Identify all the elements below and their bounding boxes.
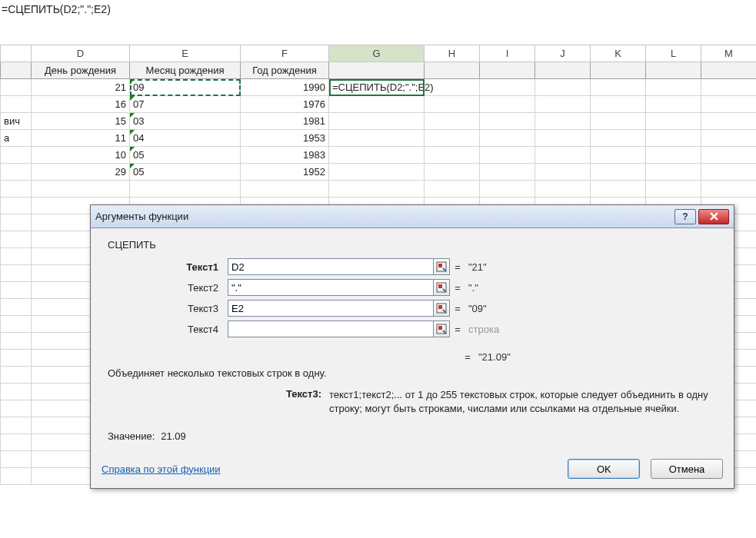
cell[interactable] [1, 400, 32, 417]
cell[interactable] [480, 79, 535, 96]
cell[interactable] [646, 147, 701, 164]
cell[interactable] [701, 62, 757, 79]
cell[interactable] [1, 265, 32, 282]
cell[interactable] [535, 62, 591, 79]
range-picker-icon[interactable] [433, 279, 450, 296]
cell[interactable] [591, 181, 646, 198]
col-header-K[interactable]: K [591, 45, 646, 62]
cell[interactable] [1, 248, 32, 265]
cell[interactable] [535, 130, 591, 147]
cell[interactable] [329, 96, 425, 113]
cell[interactable] [425, 96, 480, 113]
cell[interactable]: а [1, 130, 32, 147]
header-E[interactable]: Месяц рождения [130, 62, 241, 79]
cell[interactable] [646, 164, 701, 181]
cell[interactable] [329, 62, 425, 79]
cell[interactable]: 04 [130, 130, 241, 147]
cell[interactable] [425, 164, 480, 181]
header-F[interactable]: Год рождения [241, 62, 329, 79]
cell[interactable] [1, 164, 32, 181]
cell[interactable] [535, 113, 591, 130]
cell[interactable] [425, 147, 480, 164]
cell[interactable] [701, 96, 757, 113]
cell[interactable] [425, 130, 480, 147]
cell[interactable] [1, 384, 32, 400]
cell[interactable]: 07 [130, 96, 241, 113]
close-button[interactable] [698, 209, 729, 224]
col-header-M[interactable]: M [701, 45, 757, 62]
cell[interactable] [591, 130, 646, 147]
cell[interactable] [480, 147, 535, 164]
cell[interactable] [1, 181, 32, 198]
cell[interactable] [480, 164, 535, 181]
cell[interactable] [480, 96, 535, 113]
col-header-I[interactable]: I [480, 45, 535, 62]
cell[interactable] [1, 96, 32, 113]
cell[interactable] [701, 113, 757, 130]
cell[interactable] [591, 164, 646, 181]
cell[interactable] [329, 164, 425, 181]
col-header-F[interactable]: F [241, 45, 329, 62]
cell[interactable] [480, 113, 535, 130]
range-picker-icon[interactable] [433, 300, 450, 317]
cell[interactable] [480, 130, 535, 147]
col-header-E[interactable]: E [130, 45, 241, 62]
arg-input-3[interactable] [228, 300, 434, 317]
cell[interactable] [1, 79, 32, 96]
cell[interactable] [646, 130, 701, 147]
col-header-H[interactable]: H [425, 45, 480, 62]
cell[interactable] [1, 62, 32, 79]
cell[interactable] [1, 299, 32, 316]
col-header-J[interactable]: J [535, 45, 591, 62]
arg-input-4[interactable] [228, 320, 434, 337]
cell[interactable] [646, 181, 701, 198]
cell-F2[interactable]: 1990 [241, 79, 329, 96]
cell[interactable] [1, 282, 32, 299]
cell[interactable] [480, 62, 535, 79]
col-header-G[interactable]: G [329, 45, 425, 62]
cell[interactable]: 1983 [241, 147, 329, 164]
cell[interactable] [425, 62, 480, 79]
cell[interactable] [1, 198, 32, 214]
cell-E2[interactable]: 09 [130, 79, 241, 96]
ok-button[interactable]: OK [568, 459, 640, 479]
cell[interactable] [329, 181, 425, 198]
col-header-D[interactable]: D [32, 45, 130, 62]
arg-input-2[interactable] [228, 279, 434, 296]
cell[interactable] [591, 113, 646, 130]
cell[interactable] [1, 350, 32, 367]
cell[interactable]: 1981 [241, 113, 329, 130]
help-button[interactable]: ? [674, 209, 696, 224]
cell[interactable] [1, 417, 32, 434]
arg-input-1[interactable] [228, 258, 434, 275]
cell[interactable]: 1976 [241, 96, 329, 113]
cell[interactable] [591, 147, 646, 164]
cell[interactable]: 15 [32, 113, 130, 130]
cell[interactable] [425, 113, 480, 130]
cell[interactable]: 11 [32, 130, 130, 147]
cell[interactable] [535, 164, 591, 181]
cancel-button[interactable]: Отмена [651, 459, 723, 479]
cell-D2[interactable]: 21 [32, 79, 130, 96]
cell[interactable] [1, 333, 32, 350]
cell[interactable]: 1952 [241, 164, 329, 181]
cell[interactable]: 1953 [241, 130, 329, 147]
cell[interactable] [1, 434, 32, 451]
cell[interactable] [701, 147, 757, 164]
cell[interactable] [701, 130, 757, 147]
col-header-blank[interactable] [1, 45, 32, 62]
cell[interactable] [329, 113, 425, 130]
cell[interactable] [425, 181, 480, 198]
cell[interactable] [1, 468, 32, 485]
cell[interactable] [646, 113, 701, 130]
cell[interactable] [646, 96, 701, 113]
cell[interactable]: 16 [32, 96, 130, 113]
cell[interactable] [646, 79, 701, 96]
cell-G2-active[interactable]: =СЦЕПИТЬ(D2;".";E2) [329, 79, 425, 96]
cell[interactable] [535, 181, 591, 198]
cell[interactable] [329, 147, 425, 164]
cell[interactable] [646, 62, 701, 79]
cell[interactable] [535, 79, 591, 96]
cell[interactable] [1, 316, 32, 333]
cell[interactable]: 10 [32, 147, 130, 164]
